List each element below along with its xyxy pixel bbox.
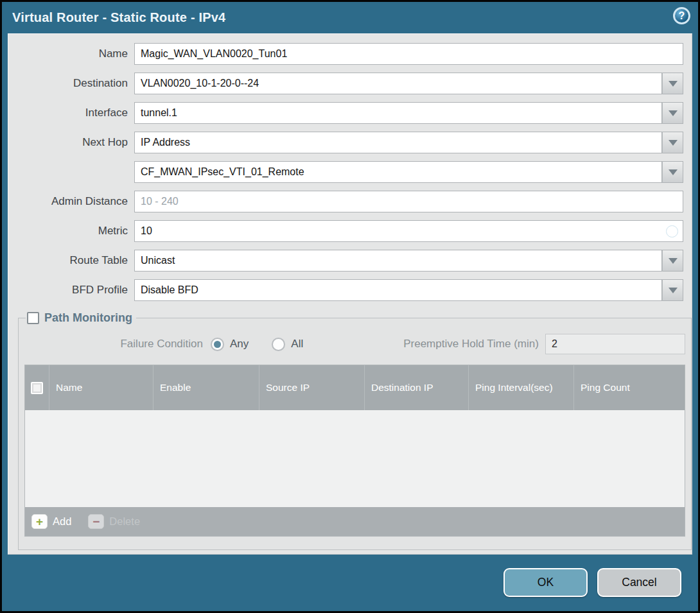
failure-condition-all-radio[interactable] xyxy=(272,338,285,351)
interface-dropdown-button[interactable] xyxy=(662,102,683,124)
ok-button[interactable]: OK xyxy=(503,568,588,597)
table-body-empty xyxy=(25,410,685,507)
path-monitoring-title: Path Monitoring xyxy=(44,311,132,325)
static-route-dialog: Virtual Router - Static Route - IPv4 ? N… xyxy=(0,0,700,613)
path-monitoring-table: Name Enable Source IP Destination IP Pin… xyxy=(24,365,685,537)
destination-dropdown-button[interactable] xyxy=(662,73,683,94)
preemptive-hold-time-input[interactable] xyxy=(545,334,685,354)
form-row-route-table: Route Table xyxy=(8,250,683,272)
help-icon[interactable]: ? xyxy=(673,7,690,24)
preemptive-hold-time-label: Preemptive Hold Time (min) xyxy=(403,338,539,350)
bfd-profile-label: BFD Profile xyxy=(8,284,134,297)
next-hop-address-input[interactable] xyxy=(134,161,662,183)
column-header-enable: Enable xyxy=(153,365,259,410)
next-hop-address-dropdown-button[interactable] xyxy=(662,161,683,183)
destination-label: Destination xyxy=(8,77,134,90)
chevron-down-icon xyxy=(669,169,678,175)
path-monitoring-legend: Path Monitoring xyxy=(26,311,136,325)
select-all-checkbox[interactable] xyxy=(31,382,43,394)
select-all-checkbox-cell[interactable] xyxy=(25,365,49,410)
chevron-down-icon xyxy=(669,81,678,87)
chevron-down-icon xyxy=(669,288,678,293)
bfd-profile-input[interactable] xyxy=(134,279,662,301)
name-label: Name xyxy=(8,47,134,60)
dialog-footer-buttons: OK Cancel xyxy=(503,568,681,597)
bfd-profile-dropdown-button[interactable] xyxy=(662,279,683,301)
failure-condition-any-radio[interactable] xyxy=(211,338,224,351)
name-input[interactable] xyxy=(134,43,683,65)
form-row-next-hop: Next Hop xyxy=(8,132,683,153)
interface-input[interactable] xyxy=(134,102,662,124)
admin-distance-input[interactable] xyxy=(134,191,683,212)
route-table-input[interactable] xyxy=(134,250,662,272)
add-button[interactable]: + Add xyxy=(31,514,71,529)
form-row-metric: Metric ? xyxy=(8,220,683,242)
dialog-frame: Virtual Router - Static Route - IPv4 ? N… xyxy=(2,2,698,611)
metric-help-icon[interactable]: ? xyxy=(666,225,678,237)
dialog-title: Virtual Router - Static Route - IPv4 xyxy=(2,10,225,25)
delete-button[interactable]: − Delete xyxy=(88,514,140,529)
form-row-interface: Interface xyxy=(8,102,683,124)
form-row-bfd-profile: BFD Profile xyxy=(8,279,683,301)
form-row-name: Name xyxy=(8,43,683,65)
title-bar: Virtual Router - Static Route - IPv4 ? xyxy=(2,2,698,33)
cancel-button[interactable]: Cancel xyxy=(597,568,681,597)
table-header-row: Name Enable Source IP Destination IP Pin… xyxy=(25,365,685,410)
failure-condition-any-label: Any xyxy=(230,338,249,350)
next-hop-label: Next Hop xyxy=(8,136,134,149)
column-header-source-ip: Source IP xyxy=(259,365,365,410)
form-row-next-hop-address xyxy=(8,161,683,183)
interface-label: Interface xyxy=(8,107,134,119)
metric-label: Metric xyxy=(8,225,134,237)
path-monitoring-section: Path Monitoring Failure Condition Any Al… xyxy=(18,311,692,550)
column-header-ping-count: Ping Count xyxy=(574,365,685,410)
chevron-down-icon xyxy=(669,140,678,146)
column-header-ping-interval: Ping Interval(sec) xyxy=(469,365,574,410)
dialog-content: Name Destination Interface xyxy=(8,33,692,555)
destination-input[interactable] xyxy=(134,73,662,94)
next-hop-dropdown-button[interactable] xyxy=(662,132,683,153)
route-table-dropdown-button[interactable] xyxy=(662,250,683,272)
chevron-down-icon xyxy=(669,110,678,116)
form-row-admin-distance: Admin Distance xyxy=(8,191,683,212)
add-icon: + xyxy=(31,514,48,529)
path-monitoring-options: Failure Condition Any All Preemptive Hol… xyxy=(24,334,685,354)
failure-condition-all-label: All xyxy=(291,338,303,350)
next-hop-type-input[interactable] xyxy=(134,132,662,153)
delete-icon: − xyxy=(88,514,104,529)
column-header-destination-ip: Destination IP xyxy=(365,365,469,410)
failure-condition-label: Failure Condition xyxy=(24,338,211,350)
table-toolbar: + Add − Delete xyxy=(25,507,685,536)
chevron-down-icon xyxy=(669,258,678,264)
metric-input[interactable] xyxy=(134,220,683,242)
form-row-destination: Destination xyxy=(8,73,683,94)
route-table-label: Route Table xyxy=(8,254,134,267)
admin-distance-label: Admin Distance xyxy=(8,195,134,208)
column-header-name: Name xyxy=(49,365,153,410)
path-monitoring-checkbox[interactable] xyxy=(27,312,39,324)
